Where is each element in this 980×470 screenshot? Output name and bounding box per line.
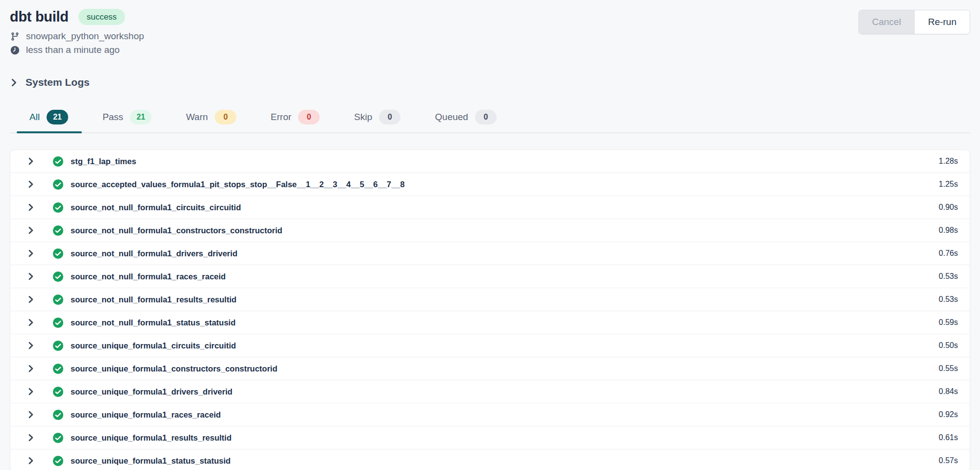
table-row[interactable]: source_not_null_formula1_races_raceid 0.… (10, 265, 970, 288)
chevron-right-icon[interactable] (27, 388, 35, 396)
node-name: source_not_null_formula1_constructors_co… (71, 226, 282, 235)
node-name: source_not_null_formula1_circuits_circui… (71, 203, 241, 212)
node-duration: 0.53s (939, 272, 958, 281)
tab-label: Error (271, 112, 291, 123)
node-duration: 0.61s (939, 433, 958, 442)
node-name: source_not_null_formula1_races_raceid (71, 272, 226, 281)
node-name: source_unique_formula1_circuits_circuiti… (71, 341, 236, 350)
success-check-icon (52, 317, 64, 328)
system-logs-toggle[interactable]: System Logs (10, 76, 970, 88)
success-check-icon (52, 340, 64, 351)
table-row[interactable]: source_not_null_formula1_constructors_co… (10, 219, 970, 242)
cancel-button[interactable]: Cancel (859, 10, 914, 34)
system-logs-label: System Logs (25, 76, 90, 88)
success-check-icon (52, 156, 64, 167)
rerun-button[interactable]: Re-run (914, 10, 970, 34)
success-check-icon (52, 363, 64, 374)
node-duration: 1.25s (939, 180, 958, 189)
node-duration: 0.50s (939, 341, 958, 350)
chevron-right-icon (10, 78, 18, 87)
node-duration: 0.98s (939, 226, 958, 235)
tab-count-badge: 0 (298, 110, 320, 124)
node-duration: 0.57s (939, 456, 958, 465)
branch-name: snowpark_python_workshop (26, 29, 144, 43)
node-duration: 0.84s (939, 387, 958, 396)
clock-icon (10, 46, 20, 55)
results-list: stg_f1_lap_times 1.28s source_accepted_v… (10, 149, 970, 470)
chevron-right-icon[interactable] (27, 365, 35, 372)
tab-label: All (29, 112, 40, 123)
success-check-icon (52, 294, 64, 305)
chevron-right-icon[interactable] (27, 157, 35, 165)
node-name: source_not_null_formula1_status_statusid (71, 318, 236, 327)
run-actions: Cancel Re-run (858, 10, 970, 34)
node-name: source_unique_formula1_results_resultid (71, 433, 231, 443)
node-duration: 0.90s (939, 203, 958, 212)
table-row[interactable]: source_not_null_formula1_drivers_driveri… (10, 242, 970, 265)
git-branch-icon (10, 32, 20, 41)
node-name: source_not_null_formula1_results_resulti… (71, 295, 236, 304)
chevron-right-icon[interactable] (27, 203, 35, 211)
time-row: less than a minute ago (10, 43, 144, 57)
tab-skip[interactable]: Skip 0 (353, 110, 402, 132)
branch-row: snowpark_python_workshop (10, 29, 144, 43)
table-row[interactable]: stg_f1_lap_times 1.28s (10, 150, 970, 173)
node-name: source_not_null_formula1_drivers_driveri… (71, 249, 237, 258)
node-duration: 0.59s (939, 318, 958, 327)
node-duration: 0.55s (939, 364, 958, 373)
tab-count-badge: 0 (379, 110, 401, 124)
table-row[interactable]: source_accepted_values_formula1_pit_stop… (10, 173, 970, 196)
tab-count-badge: 0 (215, 110, 236, 124)
table-row[interactable]: source_not_null_formula1_results_resulti… (10, 288, 970, 311)
tab-pass[interactable]: Pass 21 (101, 110, 152, 132)
chevron-right-icon[interactable] (27, 272, 35, 280)
status-tab-bar: All 21 Pass 21 Warn 0 Error 0 Skip 0 Que… (10, 110, 970, 133)
status-badge: success (78, 9, 125, 25)
run-detail-page: dbt build success snowpark_python_worksh… (0, 0, 980, 470)
chevron-right-icon[interactable] (27, 296, 35, 303)
tab-count-badge: 0 (475, 110, 497, 124)
node-name: source_accepted_values_formula1_pit_stop… (71, 180, 405, 189)
table-row[interactable]: source_unique_formula1_circuits_circuiti… (10, 334, 970, 357)
success-check-icon (52, 202, 64, 213)
tab-count-badge: 21 (47, 110, 68, 124)
node-name: source_unique_formula1_status_statusid (71, 456, 230, 466)
chevron-right-icon[interactable] (27, 319, 35, 326)
table-row[interactable]: source_not_null_formula1_status_statusid… (10, 311, 970, 334)
table-row[interactable]: source_unique_formula1_constructors_cons… (10, 357, 970, 380)
success-check-icon (52, 271, 64, 282)
success-check-icon (52, 409, 64, 421)
node-name: source_unique_formula1_races_raceid (71, 410, 221, 420)
chevron-right-icon[interactable] (27, 411, 35, 419)
header: dbt build success snowpark_python_worksh… (10, 0, 970, 57)
chevron-right-icon[interactable] (27, 342, 35, 349)
success-check-icon (52, 455, 64, 467)
chevron-right-icon[interactable] (27, 434, 35, 442)
chevron-right-icon[interactable] (27, 226, 35, 234)
table-row[interactable]: source_unique_formula1_status_statusid 0… (10, 449, 970, 470)
success-check-icon (52, 225, 64, 236)
success-check-icon (52, 386, 64, 397)
table-row[interactable]: source_unique_formula1_results_resultid … (10, 426, 970, 449)
page-title: dbt build (10, 9, 69, 25)
tab-label: Skip (354, 112, 372, 123)
table-row[interactable]: source_not_null_formula1_circuits_circui… (10, 196, 970, 219)
node-name: source_unique_formula1_constructors_cons… (71, 364, 277, 373)
time-ago: less than a minute ago (26, 43, 120, 57)
chevron-right-icon[interactable] (27, 457, 35, 465)
node-duration: 1.28s (939, 157, 958, 166)
tab-label: Queued (435, 112, 468, 123)
table-row[interactable]: source_unique_formula1_drivers_driverid … (10, 380, 970, 403)
chevron-right-icon[interactable] (27, 249, 35, 257)
tab-queued[interactable]: Queued 0 (434, 110, 498, 132)
chevron-right-icon[interactable] (27, 180, 35, 188)
table-row[interactable]: source_unique_formula1_races_raceid 0.92… (10, 403, 970, 426)
node-duration: 0.76s (939, 249, 958, 258)
tab-error[interactable]: Error 0 (270, 110, 321, 132)
tab-all[interactable]: All 21 (28, 110, 69, 132)
tab-warn[interactable]: Warn 0 (185, 110, 237, 132)
success-check-icon (52, 248, 64, 259)
tab-count-badge: 21 (130, 110, 151, 124)
tab-label: Warn (186, 112, 208, 123)
node-duration: 0.92s (939, 410, 958, 419)
